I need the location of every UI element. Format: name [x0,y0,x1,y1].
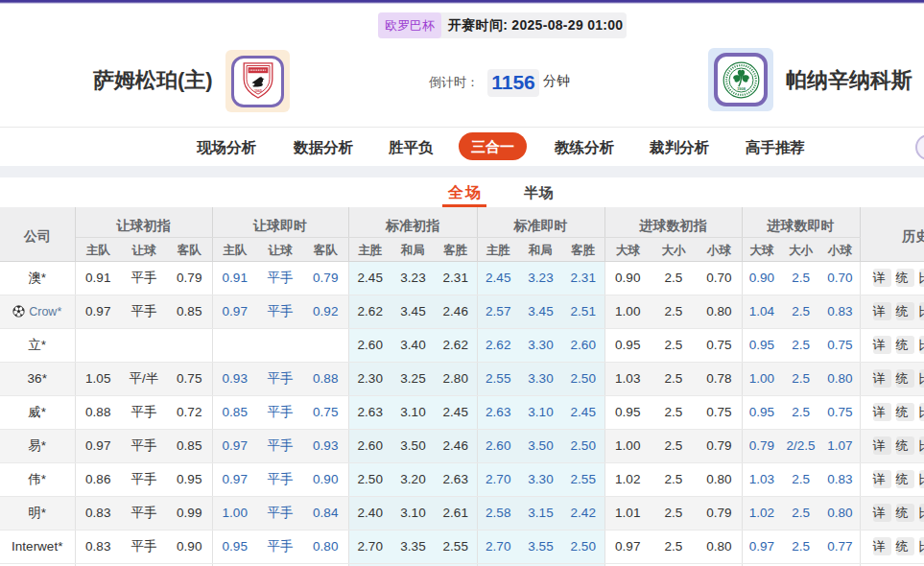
svg-text:1908: 1908 [737,85,746,90]
svg-text:1965: 1965 [254,89,262,93]
